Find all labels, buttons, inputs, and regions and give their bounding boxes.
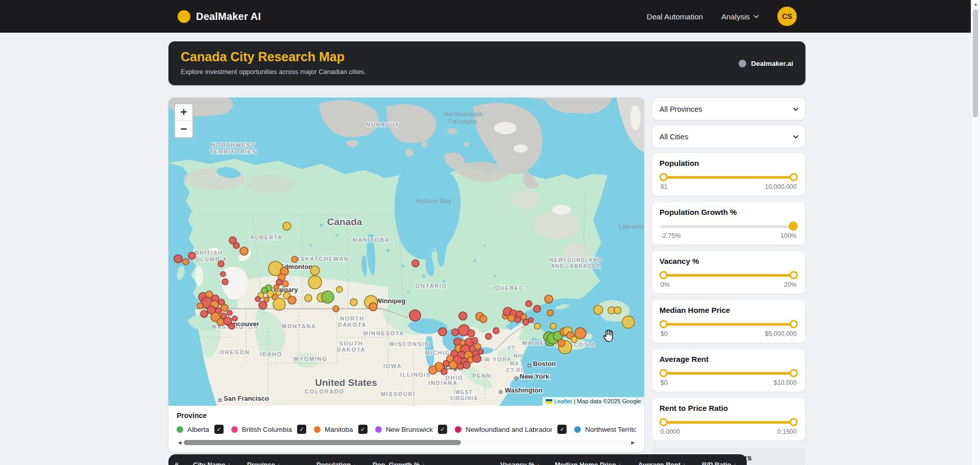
city-marker[interactable] xyxy=(350,299,357,306)
legend-scroll-track[interactable] xyxy=(183,439,630,446)
city-marker[interactable] xyxy=(547,310,553,316)
city-marker[interactable] xyxy=(514,316,521,323)
city-marker[interactable] xyxy=(526,301,532,307)
legend-checkbox[interactable]: ✓ xyxy=(358,425,368,434)
legend-checkbox[interactable]: ✓ xyxy=(438,425,447,434)
city-marker[interactable] xyxy=(217,319,224,326)
city-marker[interactable] xyxy=(333,306,339,312)
city-marker[interactable] xyxy=(571,336,577,342)
slider-track[interactable] xyxy=(660,372,797,375)
legend-checkbox[interactable]: ✓ xyxy=(214,425,224,434)
city-marker[interactable] xyxy=(310,266,320,275)
page-scrollbar[interactable]: ▲ xyxy=(971,0,980,465)
city-marker[interactable] xyxy=(468,330,475,337)
city-marker[interactable] xyxy=(457,363,463,370)
city-marker[interactable] xyxy=(276,279,282,285)
scroll-right-icon[interactable]: ▶ xyxy=(630,440,636,445)
table-column-city-name[interactable]: City Name↑ xyxy=(187,461,241,465)
city-marker[interactable] xyxy=(240,247,248,255)
slider-track[interactable] xyxy=(660,176,797,179)
city-marker[interactable] xyxy=(614,307,621,314)
slider-handle-left[interactable] xyxy=(659,173,668,181)
zoom-in-button[interactable]: + xyxy=(175,104,192,120)
city-marker[interactable] xyxy=(550,323,556,329)
slider-handle-left[interactable] xyxy=(659,320,668,328)
scroll-left-icon[interactable]: ◀ xyxy=(177,440,183,445)
city-marker[interactable] xyxy=(438,328,447,336)
city-marker[interactable] xyxy=(288,296,296,304)
city-marker[interactable] xyxy=(409,310,421,321)
city-marker[interactable] xyxy=(322,291,334,303)
table-column-r-p-ratio[interactable]: R/P Ratio↑ xyxy=(696,461,747,465)
city-select[interactable]: All Cities xyxy=(652,125,805,148)
city-marker[interactable] xyxy=(222,279,228,285)
city-marker[interactable] xyxy=(558,339,565,347)
city-marker[interactable] xyxy=(233,242,239,249)
city-marker[interactable] xyxy=(283,222,291,230)
table-column-vacancy[interactable]: Vacancy %↑ xyxy=(494,461,549,465)
slider-handle-right[interactable] xyxy=(790,320,798,328)
city-marker[interactable] xyxy=(478,349,483,354)
city-marker[interactable] xyxy=(472,337,478,344)
city-marker[interactable] xyxy=(523,319,529,325)
city-marker[interactable] xyxy=(218,261,224,267)
city-marker[interactable] xyxy=(255,297,260,302)
city-marker[interactable] xyxy=(449,361,457,369)
zoom-out-button[interactable]: − xyxy=(175,120,192,137)
legend-scroll-thumb[interactable] xyxy=(184,440,461,445)
city-marker[interactable] xyxy=(485,333,492,339)
table-column-[interactable]: # xyxy=(168,461,187,465)
slider-handle-right[interactable] xyxy=(790,271,798,279)
city-marker[interactable] xyxy=(534,323,541,329)
city-marker[interactable] xyxy=(622,316,634,328)
city-marker[interactable] xyxy=(201,310,208,317)
city-marker[interactable] xyxy=(229,323,235,329)
leaflet-map[interactable]: NUNAVUTNORTHWESTTERRITORIESNorthwesternP… xyxy=(168,97,644,406)
city-marker[interactable] xyxy=(528,317,533,323)
slider-track[interactable] xyxy=(660,225,797,228)
city-marker[interactable] xyxy=(369,303,377,311)
nav-link-analysis[interactable]: Analysis xyxy=(721,12,759,21)
table-column-province[interactable]: Province↑ xyxy=(241,461,310,465)
city-marker[interactable] xyxy=(545,295,553,303)
city-marker[interactable] xyxy=(274,285,279,290)
city-marker[interactable] xyxy=(259,301,267,309)
city-marker[interactable] xyxy=(336,286,342,292)
city-marker[interactable] xyxy=(533,305,541,312)
city-marker[interactable] xyxy=(220,272,226,277)
table-column-average-rent[interactable]: Average Rent↑ xyxy=(632,461,696,465)
city-marker[interactable] xyxy=(282,281,288,287)
city-marker[interactable] xyxy=(463,361,470,369)
city-marker[interactable] xyxy=(508,314,515,322)
province-select[interactable]: All Provinces xyxy=(652,97,805,120)
city-marker[interactable] xyxy=(273,298,285,310)
slider-handle-right[interactable] xyxy=(790,418,798,426)
slider-handle-left[interactable] xyxy=(659,369,668,377)
city-marker[interactable] xyxy=(197,303,203,309)
city-marker[interactable] xyxy=(493,328,499,334)
slider-track[interactable] xyxy=(660,274,797,277)
city-marker[interactable] xyxy=(174,255,182,263)
slider-handle-left[interactable] xyxy=(659,418,668,426)
user-avatar[interactable]: CS xyxy=(777,7,797,26)
city-marker[interactable] xyxy=(459,312,467,320)
table-column-population[interactable]: Population↓ xyxy=(310,461,366,465)
slider-handle-right[interactable] xyxy=(790,173,798,181)
city-marker[interactable] xyxy=(473,354,481,362)
slider-handle[interactable] xyxy=(789,222,798,231)
city-marker[interactable] xyxy=(429,366,437,374)
scroll-up-icon[interactable]: ▲ xyxy=(971,0,980,8)
city-marker[interactable] xyxy=(480,315,487,323)
city-marker[interactable] xyxy=(441,369,447,375)
slider-handle-left[interactable] xyxy=(659,271,668,279)
city-marker[interactable] xyxy=(188,252,195,259)
city-marker[interactable] xyxy=(308,276,322,289)
table-column-pop-growth[interactable]: Pop. Growth %↑ xyxy=(366,461,494,465)
slider-handle-right[interactable] xyxy=(790,369,798,377)
city-marker[interactable] xyxy=(452,329,459,336)
city-marker[interactable] xyxy=(232,316,237,321)
city-marker[interactable] xyxy=(594,305,603,314)
brand[interactable]: DealMaker AI xyxy=(178,0,261,33)
city-marker[interactable] xyxy=(305,295,312,302)
city-marker[interactable] xyxy=(221,304,228,311)
